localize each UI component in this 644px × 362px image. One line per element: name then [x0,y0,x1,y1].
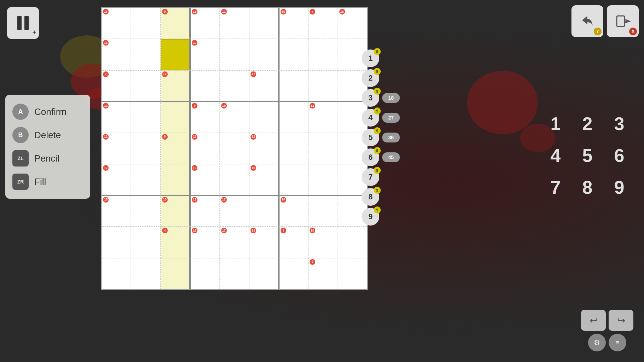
cell-3-5[interactable] [249,101,278,133]
cell-0-1[interactable] [131,8,160,39]
cell-3-4[interactable]: 19 [220,101,249,133]
cell-0-7[interactable]: 4 [308,8,338,39]
cell-2-4[interactable] [220,70,249,101]
cell-6-6[interactable]: 14 [279,195,308,227]
cell-5-3[interactable]: 10 [190,164,219,195]
num-button-7[interactable]: 7 9 [362,168,379,186]
num-button-5[interactable]: 5 9 [362,129,379,146]
big-num-6[interactable]: 6 [605,141,633,170]
cell-0-0[interactable]: 13 [102,8,131,39]
cell-1-2[interactable]: 1 2 34 5 67 8 9 [161,39,190,70]
cell-1-5[interactable] [249,39,278,70]
cell-8-5[interactable] [249,258,278,289]
cell-7-5[interactable]: 13 [249,227,278,258]
cell-3-2[interactable] [161,101,190,133]
big-num-9[interactable]: 9 [605,173,633,202]
cell-3-3[interactable]: 9 [190,101,219,133]
num-button-4[interactable]: 4 9 [362,109,379,127]
cell-0-5[interactable] [249,8,278,39]
cell-5-5[interactable]: 10 [249,164,278,195]
cell-7-7[interactable]: 10 [308,227,338,258]
num-button-9[interactable]: 9 9 [362,208,379,226]
cell-3-1[interactable] [131,101,160,133]
big-num-4[interactable]: 4 [541,141,570,170]
undo-btn[interactable]: ↩ [581,310,606,331]
b-button[interactable]: B [12,127,29,143]
big-num-8[interactable]: 8 [573,173,602,202]
cell-7-8[interactable] [338,227,367,258]
cell-1-6[interactable] [279,39,308,70]
cell-0-8[interactable]: 18 [338,8,367,39]
cell-8-0[interactable] [102,258,131,289]
cell-4-5[interactable]: 12 [249,133,278,164]
redo-btn[interactable]: ↪ [609,310,633,331]
zr-button[interactable]: ZR [12,174,29,190]
big-num-1[interactable]: 1 [541,110,570,138]
cell-4-7[interactable] [308,133,338,164]
exit-button[interactable]: X [607,5,639,37]
cell-1-3[interactable]: 10 [190,39,219,70]
undo-button[interactable]: Y [571,5,603,37]
cell-8-4[interactable] [220,258,249,289]
extra-btn[interactable]: ≡ [609,334,626,351]
a-button[interactable]: A [12,104,29,120]
big-num-3[interactable]: 3 [605,110,633,138]
cell-1-0[interactable]: 13 [102,39,131,70]
num-button-8[interactable]: 8 9 [362,188,379,206]
cell-6-7[interactable] [308,195,338,227]
num-button-2[interactable]: 2 9 [362,69,379,87]
cell-1-1[interactable] [131,39,160,70]
cell-7-4[interactable]: 17 [220,227,249,258]
cell-8-7[interactable]: 9 [308,258,338,289]
cell-2-1[interactable] [131,70,160,101]
fill-control[interactable]: ZR Fill [12,170,83,193]
big-num-7[interactable]: 7 [541,173,570,202]
cell-5-1[interactable] [131,164,160,195]
settings-btn[interactable]: ⚙ [588,334,606,351]
pause-button[interactable]: + [7,7,39,39]
num-button-3[interactable]: 3 9 [362,89,379,107]
cell-7-1[interactable] [131,227,160,258]
cell-0-2[interactable]: 9 [161,8,190,39]
cell-3-0[interactable]: 12 [102,101,131,133]
cell-2-2[interactable]: 12 [161,70,190,101]
cell-8-8[interactable] [338,258,367,289]
cell-4-2[interactable]: 8 [161,133,190,164]
big-num-5[interactable]: 5 [573,141,602,170]
cell-8-6[interactable] [279,258,308,289]
cell-4-1[interactable] [131,133,160,164]
cell-2-6[interactable] [279,70,308,101]
cell-8-2[interactable] [161,258,190,289]
cell-5-4[interactable] [220,164,249,195]
cell-1-7[interactable] [308,39,338,70]
cell-8-3[interactable] [190,258,219,289]
cell-5-6[interactable] [279,164,308,195]
cell-2-3[interactable] [190,70,219,101]
num-button-6[interactable]: 6 9 [362,148,379,166]
confirm-control[interactable]: A Confirm [12,100,83,123]
cell-4-6[interactable] [279,133,308,164]
cell-0-3[interactable]: 11 [190,8,219,39]
cell-6-3[interactable]: 11 [190,195,219,227]
cell-7-0[interactable] [102,227,131,258]
cell-2-7[interactable] [308,70,338,101]
cell-2-5[interactable]: 17 [249,70,278,101]
cell-8-1[interactable] [131,258,160,289]
cell-4-0[interactable]: 11 [102,133,131,164]
cell-3-6[interactable] [279,101,308,133]
delete-control[interactable]: B Delete [12,123,83,147]
cell-5-0[interactable]: 17 [102,164,131,195]
cell-4-4[interactable] [220,133,249,164]
sudoku-grid[interactable]: 139111110418131 2 34 5 67 8 910712171291… [101,7,368,290]
cell-7-6[interactable]: 3 [279,227,308,258]
cell-5-7[interactable] [308,164,338,195]
cell-6-1[interactable] [131,195,160,227]
cell-0-6[interactable]: 10 [279,8,308,39]
cell-4-3[interactable]: 16 [190,133,219,164]
cell-0-4[interactable]: 11 [220,8,249,39]
cell-3-7[interactable]: 11 [308,101,338,133]
cell-7-3[interactable]: 17 [190,227,219,258]
cell-6-4[interactable]: 12 [220,195,249,227]
cell-5-2[interactable] [161,164,190,195]
pencil-control[interactable]: ZL Pencil [12,147,83,170]
